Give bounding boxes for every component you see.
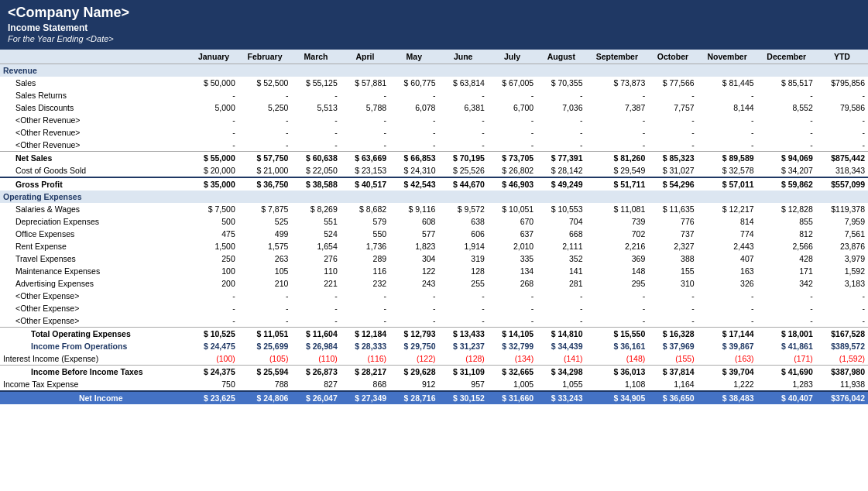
row-value: $ 24,806 [238, 391, 292, 404]
row-value: $ 94,069 [757, 152, 816, 165]
row-value: $ 37,814 [648, 366, 697, 379]
row-value: (148) [586, 352, 649, 366]
row-value: $ 57,011 [698, 177, 757, 191]
row-value: $ 10,051 [488, 203, 537, 215]
row-value: $ 31,237 [438, 340, 487, 352]
row-label: Net Sales [0, 152, 189, 165]
table-row: Office Expenses4754995245505776066376687… [0, 228, 868, 240]
row-value: (141) [537, 352, 585, 366]
row-value: $ 85,323 [648, 152, 697, 165]
row-value: - [698, 290, 757, 302]
row-value: 148 [586, 265, 649, 277]
row-value: 788 [238, 378, 292, 391]
row-label: Advertising Expenses [0, 277, 189, 290]
row-value: - [189, 290, 238, 302]
row-value: (110) [291, 352, 340, 366]
row-value: $ 35,000 [189, 177, 238, 191]
row-value: - [586, 114, 649, 126]
table-row: Income Before Income Taxes$ 24,375$ 25,5… [0, 366, 868, 379]
row-value: $ 17,144 [698, 328, 757, 341]
row-label: Maintenance Expenses [0, 265, 189, 277]
row-value: $ 10,553 [537, 203, 585, 215]
row-value: - [816, 139, 868, 152]
row-value: $389,572 [816, 340, 868, 352]
row-value: - [438, 302, 487, 314]
row-value: 1,283 [757, 378, 816, 391]
row-label: <Other Expense> [0, 290, 189, 302]
row-value: 855 [757, 215, 816, 228]
table-row: Depreciation Expenses5005255515796086386… [0, 215, 868, 228]
row-value: - [816, 126, 868, 139]
row-value: - [238, 314, 292, 328]
row-value: - [438, 314, 487, 328]
row-value: 163 [698, 265, 757, 277]
row-value: 116 [341, 265, 389, 277]
row-value: 6,078 [389, 101, 438, 114]
row-value: 1,164 [648, 378, 697, 391]
row-value: 388 [648, 252, 697, 265]
row-value: $ 23,625 [189, 391, 238, 404]
table-row: Sales Discounts5,0005,2505,5135,7886,078… [0, 101, 868, 114]
row-value: 3,979 [816, 252, 868, 265]
row-value: - [648, 290, 697, 302]
row-value: 5,788 [341, 101, 389, 114]
row-value: - [816, 114, 868, 126]
row-value: - [341, 114, 389, 126]
row-value: 369 [586, 252, 649, 265]
row-value: 2,216 [586, 240, 649, 252]
row-value: 2,010 [488, 240, 537, 252]
row-value: $ 70,195 [438, 152, 487, 165]
row-value: 105 [238, 265, 292, 277]
row-value: 141 [537, 265, 585, 277]
row-value: $ 12,217 [698, 203, 757, 215]
row-value: 2,443 [698, 240, 757, 252]
row-value: 7,387 [586, 101, 649, 114]
row-value: 827 [291, 378, 340, 391]
row-value: $ 59,862 [757, 177, 816, 191]
row-value: $ 63,814 [438, 77, 487, 89]
row-value: (128) [438, 352, 487, 366]
row-value: 335 [488, 252, 537, 265]
row-value: $ 73,873 [586, 77, 649, 89]
row-value: 268 [488, 277, 537, 290]
row-value: $ 39,867 [698, 340, 757, 352]
row-value: - [488, 89, 537, 101]
row-value: - [816, 314, 868, 328]
row-value: 1,736 [341, 240, 389, 252]
row-value: - [238, 302, 292, 314]
row-value: $ 42,543 [389, 177, 438, 191]
row-value: $ 40,407 [757, 391, 816, 404]
table-row: Gross Profit$ 35,000$ 36,750$ 38,588$ 40… [0, 177, 868, 191]
row-value: $ 36,013 [586, 366, 649, 379]
row-value: 1,108 [586, 378, 649, 391]
row-value: - [648, 314, 697, 328]
row-value: 304 [389, 252, 438, 265]
row-value: $ 15,550 [586, 328, 649, 341]
row-value: - [648, 302, 697, 314]
row-value: - [488, 126, 537, 139]
col-dec: December [757, 50, 816, 64]
row-value: - [537, 114, 585, 126]
table-row: <Other Expense>------------- [0, 314, 868, 328]
row-value: 210 [238, 277, 292, 290]
row-value: $ 9,572 [438, 203, 487, 215]
row-label: <Other Revenue> [0, 126, 189, 139]
row-value: 750 [189, 378, 238, 391]
row-value: (116) [341, 352, 389, 366]
row-label: Sales Discounts [0, 101, 189, 114]
col-oct: October [648, 50, 697, 64]
row-value: 670 [488, 215, 537, 228]
row-value: 134 [488, 265, 537, 277]
row-value: $ 77,566 [648, 77, 697, 89]
row-value: 812 [757, 228, 816, 240]
row-value: 551 [291, 215, 340, 228]
table-row: Advertising Expenses20021022123224325526… [0, 277, 868, 290]
row-value: $ 34,439 [537, 340, 585, 352]
row-value: $ 73,705 [488, 152, 537, 165]
row-label: Office Expenses [0, 228, 189, 240]
row-value: $ 26,984 [291, 340, 340, 352]
col-label [0, 50, 189, 64]
row-value: $ 25,594 [238, 366, 292, 379]
row-value: - [389, 114, 438, 126]
row-value: - [238, 139, 292, 152]
